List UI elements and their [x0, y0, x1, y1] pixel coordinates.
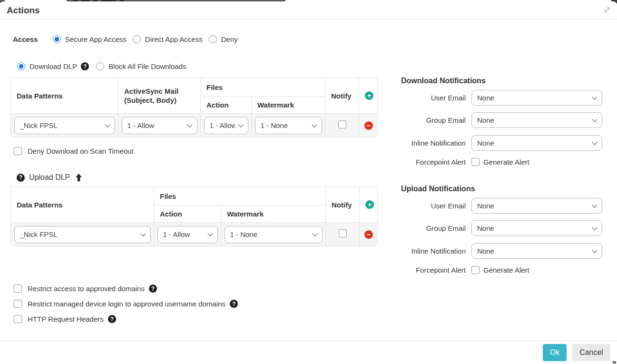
- remove-row-icon[interactable]: −: [364, 121, 373, 130]
- dialog-footer: Ok Cancel: [0, 341, 617, 364]
- data-pattern-select[interactable]: _Nick FPSL: [14, 117, 115, 134]
- inline-notification-row: Inline Notification None: [401, 243, 606, 259]
- user-email-select[interactable]: None: [471, 90, 602, 106]
- radio-direct-app-access[interactable]: [133, 35, 141, 43]
- data-pattern-select[interactable]: _Nick FPSL: [14, 226, 151, 243]
- radio-block-all-downloads-label: Block All File Downloads: [108, 62, 186, 70]
- file-action-select[interactable]: 1 - Allow: [204, 117, 248, 134]
- col-header-action: Action: [201, 97, 252, 114]
- chevron-down-icon: [312, 231, 317, 236]
- inline-notification-select[interactable]: None: [471, 135, 602, 151]
- inline-notification-row: Inline Notification None: [401, 135, 606, 151]
- dialog-title: Actions: [7, 1, 40, 20]
- restrict-domains-label: Restrict access to approved domains: [28, 285, 145, 293]
- help-icon[interactable]: ?: [108, 315, 116, 323]
- col-header-watermark: Watermark: [221, 206, 326, 223]
- col-header-files: Files: [201, 78, 325, 97]
- section-title: Download Notifications: [401, 77, 486, 85]
- inline-notification-label: Inline Notification: [401, 247, 466, 255]
- chevron-down-icon: [105, 122, 110, 127]
- user-email-select[interactable]: None: [471, 198, 602, 214]
- radio-download-dlp-label: Download DLP: [29, 62, 77, 70]
- generate-alert-checkbox[interactable]: [471, 158, 480, 166]
- col-header-notify: Notify: [325, 78, 359, 114]
- chevron-down-icon: [592, 225, 597, 230]
- generate-alert-label: Generate Alert: [483, 266, 529, 274]
- dialog-header: Actions: [0, 1, 617, 20]
- help-icon[interactable]: ?: [149, 285, 157, 293]
- deny-scan-timeout-row: Deny Download on Scan Timeout: [14, 147, 134, 155]
- radio-download-dlp[interactable]: [17, 62, 25, 70]
- ok-button[interactable]: Ok: [543, 344, 567, 361]
- deny-scan-timeout-checkbox[interactable]: [14, 147, 22, 155]
- chevron-down-icon: [238, 122, 243, 127]
- forcepoint-alert-row: Forcepoint Alert Generate Alert: [401, 158, 606, 166]
- add-row-header-cell: +: [359, 78, 378, 114]
- radio-block-all-downloads[interactable]: [96, 62, 104, 70]
- restrict-managed-login-checkbox[interactable]: [14, 300, 22, 308]
- group-email-label: Group Email: [401, 116, 466, 124]
- upload-dlp-table: Data Patterns Files Notify + Action Wate…: [10, 187, 378, 246]
- col-header-activesync: ActiveSync Mail (Subject, Body): [118, 78, 201, 114]
- table-row: _Nick FPSL 1 - Allow 1 - None: [11, 223, 378, 246]
- file-action-select[interactable]: 1 - Allow: [157, 226, 218, 243]
- inline-notification-label: Inline Notification: [401, 139, 466, 147]
- help-icon[interactable]: ?: [81, 62, 89, 70]
- group-email-row: Group Email None: [401, 220, 606, 236]
- chevron-down-icon: [592, 139, 597, 145]
- col-header-files: Files: [154, 187, 326, 206]
- notify-checkbox[interactable]: [338, 120, 346, 128]
- user-email-label: User Email: [401, 202, 466, 210]
- add-row-header-cell: +: [360, 187, 378, 223]
- radio-direct-app-access-label: Direct App Access: [145, 35, 203, 43]
- radio-deny[interactable]: [209, 35, 217, 43]
- inline-notification-select[interactable]: None: [471, 243, 602, 259]
- deny-scan-timeout-label: Deny Download on Scan Timeout: [28, 147, 134, 155]
- restrict-managed-login-label: Restrict managed device login to approve…: [28, 300, 225, 308]
- http-request-headers-row: HTTP Request Headers ?: [14, 315, 116, 323]
- col-header-data-patterns: Data Patterns: [11, 78, 118, 114]
- upload-arrow-icon: [75, 174, 82, 182]
- radio-secure-app-access[interactable]: [53, 35, 61, 43]
- add-row-icon[interactable]: +: [365, 91, 373, 100]
- watermark-select[interactable]: 1 - None: [255, 117, 322, 134]
- activesync-action-select[interactable]: 1 - Allow: [122, 117, 197, 134]
- chevron-down-icon: [207, 231, 213, 236]
- help-icon[interactable]: ?: [230, 300, 238, 308]
- notify-checkbox[interactable]: [339, 229, 347, 237]
- help-icon[interactable]: ?: [17, 174, 25, 182]
- group-email-select[interactable]: None: [471, 112, 602, 128]
- cancel-button[interactable]: Cancel: [572, 344, 610, 361]
- actions-dialog: Actions Access Secure App Access Direct …: [0, 1, 617, 364]
- download-dlp-table: Data Patterns ActiveSync Mail (Subject, …: [10, 78, 378, 138]
- group-email-select[interactable]: None: [471, 220, 602, 236]
- group-email-row: Group Email None: [401, 112, 606, 128]
- watermark-select[interactable]: 1 - None: [225, 226, 323, 243]
- forcepoint-alert-label: Forcepoint Alert: [401, 266, 466, 274]
- chevron-down-icon: [592, 247, 597, 253]
- http-request-headers-label: HTTP Request Headers: [28, 315, 104, 323]
- col-header-action: Action: [154, 206, 221, 223]
- background-corner: [613, 361, 616, 364]
- forcepoint-alert-label: Forcepoint Alert: [401, 158, 466, 166]
- http-request-headers-checkbox[interactable]: [14, 315, 22, 323]
- radio-secure-app-access-label: Secure App Access: [65, 35, 127, 43]
- col-header-notify: Notify: [326, 187, 360, 223]
- table-row: _Nick FPSL 1 - Allow 1 - Allow: [11, 114, 378, 138]
- restrict-domains-checkbox[interactable]: [14, 285, 22, 293]
- access-row: Access Secure App Access Direct App Acce…: [13, 35, 238, 43]
- chevron-down-icon: [592, 202, 597, 207]
- section-title: Upload Notifications: [401, 185, 475, 193]
- restrict-managed-login-row: Restrict managed device login to approve…: [14, 300, 238, 308]
- chevron-down-icon: [140, 231, 146, 236]
- chevron-down-icon: [592, 117, 597, 122]
- remove-row-icon[interactable]: −: [364, 230, 373, 239]
- screen: Actions Access Secure App Access Direct …: [0, 0, 617, 364]
- chevron-down-icon: [187, 122, 192, 127]
- add-row-icon[interactable]: +: [365, 200, 374, 209]
- user-email-row: User Email None: [401, 90, 606, 106]
- user-email-row: User Email None: [401, 198, 606, 214]
- expand-dialog-icon[interactable]: [603, 6, 611, 14]
- upload-dlp-heading: ? Upload DLP: [17, 173, 82, 182]
- generate-alert-checkbox[interactable]: [471, 266, 480, 274]
